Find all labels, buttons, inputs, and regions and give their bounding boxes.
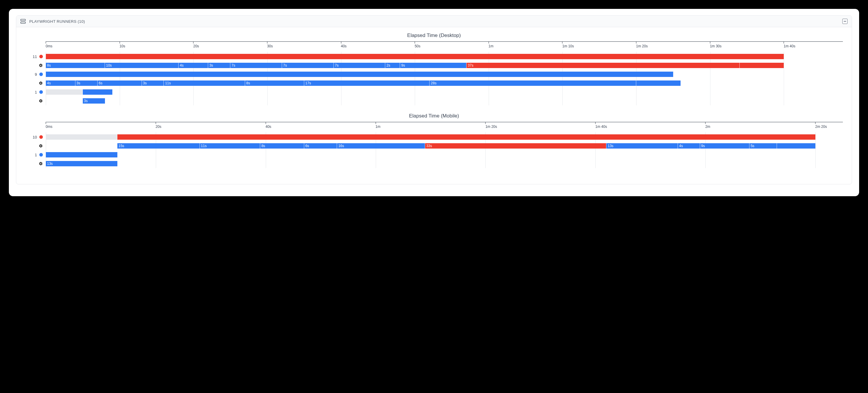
axis-tick: 10s bbox=[119, 41, 120, 44]
timeline-row bbox=[46, 150, 843, 159]
axis-tick: 2m bbox=[705, 122, 706, 124]
axis-tick: 1m bbox=[488, 41, 489, 44]
axis-tick: 1m 20s bbox=[486, 122, 486, 124]
axis-tick: 2m 20s bbox=[815, 122, 816, 124]
timeline-segment[interactable]: 4s bbox=[179, 63, 208, 68]
timeline-segment[interactable] bbox=[46, 152, 117, 158]
chart-title: Elapsed Time (Mobile) bbox=[25, 113, 843, 119]
panel-header-left: PLAYWRIGHT RUNNERS (10) bbox=[21, 19, 85, 24]
timeline-segment[interactable]: 9s bbox=[400, 63, 467, 68]
axis-tick-label: 40s bbox=[266, 124, 271, 129]
chart-block: Elapsed Time (Desktop)11910ms10s20s30s40… bbox=[25, 32, 843, 105]
timeline-segment[interactable] bbox=[777, 143, 815, 148]
timeline-segment[interactable]: 3s bbox=[83, 98, 105, 104]
collapse-button[interactable] bbox=[842, 19, 847, 24]
status-dot-blue-icon bbox=[39, 90, 43, 94]
row-label: 10 bbox=[25, 133, 46, 141]
timeline-segment[interactable] bbox=[636, 81, 681, 86]
timeline-segment[interactable]: 2s bbox=[385, 63, 400, 68]
axis-tick: 1m 10s bbox=[562, 41, 563, 44]
timeline-segment[interactable]: 7s bbox=[334, 63, 385, 68]
row-labels-column: 1191 bbox=[25, 41, 46, 105]
timeline-segment[interactable]: 3s bbox=[75, 81, 98, 86]
panel-title: PLAYWRIGHT RUNNERS (10) bbox=[29, 19, 85, 24]
timeline-segment[interactable]: 5s bbox=[749, 143, 777, 148]
axis-tick: 0ms bbox=[46, 41, 46, 44]
timeline-segment[interactable]: 13s bbox=[607, 143, 678, 148]
timeline-segment[interactable] bbox=[117, 134, 815, 140]
timeline-segment[interactable]: 13s bbox=[46, 161, 117, 166]
timeline-segment[interactable]: 7s bbox=[230, 63, 282, 68]
timeline-segment[interactable]: 9s bbox=[700, 143, 749, 148]
svg-rect-0 bbox=[21, 19, 25, 21]
axis-tick: 30s bbox=[267, 41, 267, 44]
timeline-segment[interactable]: 4s bbox=[46, 81, 75, 86]
timeline-segment[interactable]: 3s bbox=[208, 63, 230, 68]
x-axis: 0ms20s40s1m1m 20s1m 40s2m2m 20s bbox=[46, 122, 843, 133]
panel-header: PLAYWRIGHT RUNNERS (10) bbox=[16, 16, 852, 27]
status-dot-blue-icon bbox=[39, 153, 43, 157]
row-label bbox=[25, 159, 46, 168]
timeline-segment[interactable]: 7s bbox=[282, 63, 334, 68]
row-count: 1 bbox=[35, 153, 37, 157]
timeline-segment[interactable] bbox=[46, 134, 117, 140]
timeline-segment[interactable]: 11s bbox=[164, 81, 245, 86]
timeline-segment[interactable]: 33s bbox=[425, 143, 607, 148]
axis-tick: 1m 40s bbox=[784, 41, 784, 44]
row-count: 11 bbox=[33, 54, 37, 59]
row-label bbox=[25, 96, 46, 105]
timeline-segment[interactable]: 8s bbox=[46, 63, 105, 68]
status-dot-red-icon bbox=[39, 135, 43, 139]
row-label bbox=[25, 61, 46, 70]
timeline-segment[interactable] bbox=[46, 72, 673, 77]
axis-tick-label: 10s bbox=[119, 44, 125, 48]
gear-icon bbox=[39, 81, 43, 85]
timeline-segment[interactable] bbox=[46, 54, 784, 59]
rows-container: 15s11s8s6s16s33s13s4s9s5s13s bbox=[46, 133, 843, 168]
axis-tick: 20s bbox=[193, 41, 194, 44]
axis-tick-label: 2m 20s bbox=[815, 124, 827, 129]
axis-tick-label: 2m bbox=[705, 124, 710, 129]
timeline-segment[interactable]: 17s bbox=[304, 81, 430, 86]
timeline-segment[interactable]: 15s bbox=[117, 143, 200, 148]
bar-track bbox=[46, 72, 843, 77]
axis-tick-label: 1m 20s bbox=[636, 44, 648, 48]
timeline-row bbox=[46, 70, 843, 79]
row-count: 1 bbox=[35, 90, 37, 94]
bar-track: 15s11s8s6s16s33s13s4s9s5s bbox=[46, 143, 843, 148]
timeline-row: 8s10s4s3s7s7s7s2s9s37s bbox=[46, 61, 843, 70]
timeline-segment[interactable]: 37s bbox=[467, 63, 740, 68]
timeline-segment[interactable]: 28s bbox=[430, 81, 636, 86]
chart-area: 11910ms10s20s30s40s50s1m1m 10s1m 20s1m 3… bbox=[25, 41, 843, 105]
timeline-segment[interactable] bbox=[83, 89, 112, 95]
bar-track bbox=[46, 152, 843, 158]
timeline-segment[interactable]: 8s bbox=[245, 81, 304, 86]
axis-tick: 0ms bbox=[46, 122, 46, 124]
timeline-segment[interactable] bbox=[46, 89, 83, 95]
timeline-segment[interactable]: 10s bbox=[105, 63, 179, 68]
timeline-segment[interactable] bbox=[740, 63, 784, 68]
axis-tick-label: 1m 40s bbox=[784, 44, 795, 48]
axis-tick-label: 1m 30s bbox=[710, 44, 721, 48]
axis-tick: 1m bbox=[375, 122, 376, 124]
row-label bbox=[25, 141, 46, 150]
row-label: 1 bbox=[25, 150, 46, 159]
gear-icon bbox=[39, 99, 43, 103]
axis-tick-label: 50s bbox=[415, 44, 421, 48]
status-dot-blue-icon bbox=[39, 73, 43, 76]
timeline-segment[interactable]: 4s bbox=[678, 143, 700, 148]
timeline-row bbox=[46, 88, 843, 96]
chart-block: Elapsed Time (Mobile)1010ms20s40s1m1m 20… bbox=[25, 113, 843, 168]
timeline-segment[interactable]: 16s bbox=[337, 143, 425, 148]
axis-tick-label: 40s bbox=[341, 44, 346, 48]
timeline-segment[interactable]: 3s bbox=[142, 81, 164, 86]
gear-icon bbox=[39, 162, 43, 166]
timeline-segment[interactable]: 11s bbox=[200, 143, 260, 148]
timeline-segment[interactable]: 8s bbox=[260, 143, 304, 148]
row-label: 1 bbox=[25, 88, 46, 96]
timeline-segment[interactable]: 6s bbox=[304, 143, 337, 148]
panel-body: Elapsed Time (Desktop)11910ms10s20s30s40… bbox=[16, 27, 852, 184]
timeline-row bbox=[46, 133, 843, 141]
timeline-segment[interactable]: 6s bbox=[98, 81, 142, 86]
chart-title: Elapsed Time (Desktop) bbox=[25, 32, 843, 38]
